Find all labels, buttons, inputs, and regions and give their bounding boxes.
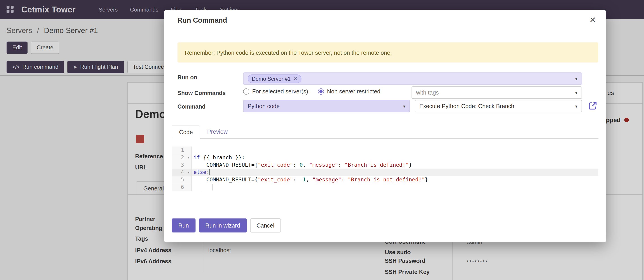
code-text <box>192 147 598 154</box>
code-text: if {{ branch }}: <box>192 154 598 161</box>
modal-title: Run Command <box>178 17 227 25</box>
fold-arrow-icon[interactable]: ▾ <box>186 154 192 161</box>
chevron-down-icon: ▾ <box>575 76 578 81</box>
text-cursor <box>210 169 210 175</box>
radio-icon[interactable] <box>243 88 249 94</box>
line-number: 5 <box>172 176 186 183</box>
modal-footer: Run Run in wizard Cancel <box>172 218 281 232</box>
remove-tag-icon[interactable]: ✕ <box>294 76 298 81</box>
indent-guide <box>202 184 202 190</box>
server-tag: Demo Server #1 ✕ <box>248 74 302 83</box>
command-select[interactable]: Execute Python Code: Check Branch ▾ <box>415 100 582 112</box>
run-in-wizard-button[interactable]: Run in wizard <box>199 218 246 232</box>
run-command-modal: Run Command ✕ Remember: Python code is e… <box>164 10 606 242</box>
code-text <box>192 183 598 191</box>
python-warning-alert: Remember: Python code is executed on the… <box>178 42 598 62</box>
run-on-label: Run on <box>178 74 197 80</box>
line-number: 1 <box>172 147 186 154</box>
code-text: else: <box>192 169 598 176</box>
line-number: 6 <box>172 183 186 191</box>
indent-guide <box>212 184 213 190</box>
code-text: COMMAND_RESULT={"exit_code": -1, "messag… <box>192 176 598 183</box>
code-text: COMMAND_RESULT={"exit_code": 0, "message… <box>192 161 598 169</box>
external-link-icon[interactable] <box>588 101 597 110</box>
chevron-down-icon: ▾ <box>575 90 578 95</box>
code-line-2: 2▾if {{ branch }}: <box>172 154 598 161</box>
command-value: Execute Python Code: Check Branch <box>419 103 514 109</box>
command-type-select[interactable]: Python code ▾ <box>243 100 410 112</box>
code-line-4: 4▾else: <box>172 169 598 176</box>
fold-gutter <box>186 147 192 154</box>
chevron-down-icon: ▾ <box>403 103 405 109</box>
cancel-button[interactable]: Cancel <box>250 218 281 232</box>
radio-label: For selected server(s) <box>252 88 308 94</box>
screen: Cetmix Tower ServersCommandsFilesToolsSe… <box>0 0 644 280</box>
command-label: Command <box>178 103 206 110</box>
run-on-field[interactable]: Demo Server #1 ✕ ▾ <box>243 72 582 85</box>
radio-option-for-selected-servers[interactable]: For selected server(s) <box>243 88 308 94</box>
show-commands-label: Show Commands <box>178 90 226 96</box>
line-number: 2 <box>172 154 186 161</box>
command-type-value: Python code <box>248 103 280 109</box>
server-tag-label: Demo Server #1 <box>252 76 290 82</box>
chevron-down-icon: ▾ <box>575 103 578 109</box>
fold-gutter <box>186 183 192 191</box>
code-line-6: 6 <box>172 183 598 191</box>
editor-tabs: CodePreview <box>172 125 598 139</box>
tab-code[interactable]: Code <box>172 125 200 139</box>
with-tags-select[interactable]: with tags ▾ <box>412 86 582 99</box>
with-tags-placeholder: with tags <box>416 89 439 96</box>
show-commands-radio-group: For selected server(s)Non server restric… <box>243 88 380 94</box>
code-line-5: 5 COMMAND_RESULT={"exit_code": -1, "mess… <box>172 176 598 183</box>
code-line-3: 3 COMMAND_RESULT={"exit_code": 0, "messa… <box>172 161 598 169</box>
radio-label: Non server restricted <box>327 88 380 94</box>
radio-option-non-server-restricted[interactable]: Non server restricted <box>318 88 380 94</box>
radio-icon[interactable] <box>318 88 324 94</box>
code-editor[interactable]: 12▾if {{ branch }}:3 COMMAND_RESULT={"ex… <box>172 147 598 191</box>
line-number: 3 <box>172 161 186 169</box>
fold-gutter <box>186 161 192 169</box>
fold-gutter <box>186 176 192 183</box>
close-icon[interactable]: ✕ <box>588 15 598 26</box>
run-button[interactable]: Run <box>172 218 195 232</box>
line-number: 4 <box>172 169 186 176</box>
code-line-1: 1 <box>172 147 598 154</box>
fold-arrow-icon[interactable]: ▾ <box>186 169 192 176</box>
tab-preview[interactable]: Preview <box>200 125 234 139</box>
